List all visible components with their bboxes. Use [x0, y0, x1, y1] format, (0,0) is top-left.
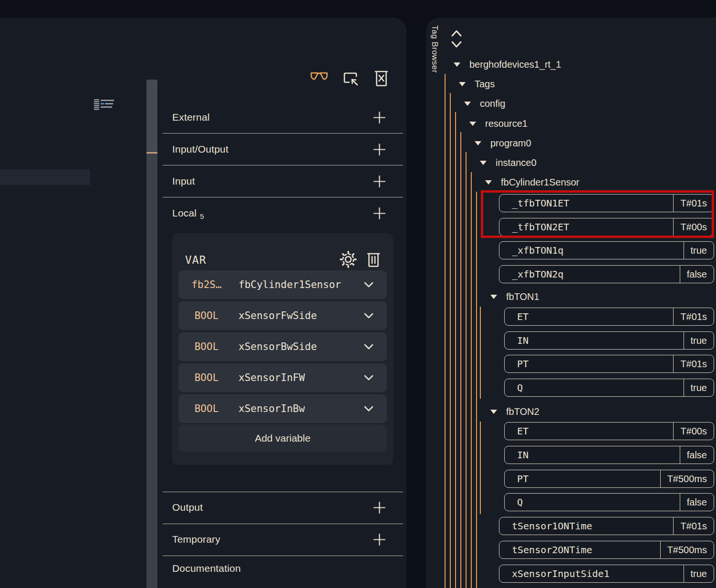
- tree-node-label: instance0: [496, 157, 537, 168]
- delete-all-trash-icon[interactable]: [374, 69, 389, 87]
- variable-row[interactable]: BOOL xSensorInFW: [178, 363, 387, 392]
- tag-name: tSensor1ONTime: [499, 517, 673, 535]
- tree-node-resource1[interactable]: resource1: [469, 117, 528, 130]
- section-label: Local: [172, 207, 197, 219]
- expand-triangle-icon[interactable]: [464, 102, 471, 106]
- add-local-button[interactable]: [373, 207, 386, 220]
- tag-name: IN: [505, 332, 684, 349]
- tree-node-instance0[interactable]: instance0: [480, 156, 537, 169]
- tree-guide-line: [480, 422, 481, 514]
- expand-triangle-icon[interactable]: [469, 122, 476, 126]
- chevron-down-icon[interactable]: [364, 406, 374, 412]
- section-external: External: [163, 110, 403, 124]
- tree-guide-line: [471, 172, 472, 588]
- tree-guide-line: [455, 112, 456, 588]
- variable-row[interactable]: BOOL xSensorFwSide: [178, 301, 387, 330]
- tag-row[interactable]: ET T#01s: [504, 308, 714, 326]
- tree-node-fbton1[interactable]: fbTON1: [490, 290, 540, 303]
- tree-node-label: program0: [490, 138, 531, 149]
- tag-name: _xfbTON2q: [499, 266, 680, 283]
- tag-row[interactable]: Q false: [504, 493, 714, 511]
- tag-row[interactable]: tSensor2ONTime T#500ms: [499, 541, 714, 559]
- tag-value: true: [684, 379, 714, 396]
- scrollbar-thumb[interactable]: [146, 80, 157, 153]
- tag-row[interactable]: ET T#00s: [504, 422, 714, 440]
- variable-row[interactable]: BOOL xSensorInBw: [178, 394, 387, 423]
- tag-row[interactable]: tSensor1ONTime T#01s: [499, 517, 714, 535]
- tag-row[interactable]: Q true: [504, 379, 714, 397]
- chevron-down-icon[interactable]: [364, 313, 374, 319]
- delete-var-section-icon[interactable]: [366, 251, 381, 268]
- var-declaration-card: VAR fb2S… fbCylinder1Sensor: [172, 233, 393, 465]
- unfold-tree-icon[interactable]: [450, 29, 463, 50]
- divider: [163, 133, 403, 134]
- section-label: Output: [172, 502, 203, 513]
- expand-triangle-icon[interactable]: [485, 180, 492, 185]
- expand-triangle-icon[interactable]: [480, 161, 487, 165]
- add-temporary-button[interactable]: [373, 533, 386, 546]
- tree-node-tags[interactable]: Tags: [459, 78, 495, 90]
- add-output-button[interactable]: [373, 501, 386, 514]
- editor-panel: External Input/Output Input Local 5 VAR: [0, 18, 406, 588]
- section-input: Input: [163, 174, 403, 188]
- chevron-down-icon[interactable]: [364, 375, 374, 381]
- section-input-output: Input/Output: [163, 142, 403, 156]
- expand-triangle-icon[interactable]: [475, 141, 481, 145]
- tree-guide-line: [460, 132, 461, 588]
- tag-value: T#00s: [673, 423, 714, 440]
- tree-guide-line: [480, 307, 481, 399]
- expand-triangle-icon[interactable]: [454, 62, 460, 67]
- local-count-badge: 5: [200, 212, 204, 220]
- tag-name: ET: [505, 423, 673, 440]
- chevron-down-icon[interactable]: [364, 344, 374, 350]
- variable-type: BOOL: [178, 310, 235, 321]
- expand-triangle-icon[interactable]: [490, 410, 497, 414]
- variable-name: xSensorBwSide: [239, 341, 317, 352]
- divider: [163, 556, 403, 556]
- tree-guide-line: [445, 74, 446, 588]
- gear-icon[interactable]: [339, 250, 357, 268]
- add-variable-button[interactable]: Add variable: [178, 424, 387, 452]
- tag-name: Q: [505, 379, 684, 396]
- tag-value: true: [684, 242, 714, 259]
- vertical-scrollbar[interactable]: [146, 80, 157, 588]
- expand-triangle-icon[interactable]: [490, 295, 497, 299]
- variable-row[interactable]: BOOL xSensorBwSide: [178, 332, 387, 361]
- tag-name: IN: [505, 446, 680, 464]
- tag-row[interactable]: xSensorInputSide1 true: [499, 565, 714, 583]
- variable-row[interactable]: fb2S… fbCylinder1Sensor: [178, 270, 387, 299]
- add-input-output-button[interactable]: [373, 143, 386, 156]
- expand-triangle-icon[interactable]: [459, 82, 466, 86]
- add-input-button[interactable]: [373, 175, 386, 188]
- section-label: External: [172, 112, 210, 123]
- selected-canvas-block[interactable]: [0, 169, 90, 185]
- section-documentation: Documentation: [163, 561, 403, 576]
- section-label: Input: [172, 175, 195, 187]
- tag-row[interactable]: _xfbTON1q true: [499, 241, 714, 259]
- dock-window-icon[interactable]: [342, 70, 359, 86]
- tag-row[interactable]: _xfbTON2q false: [499, 265, 714, 283]
- chevron-down-icon[interactable]: [364, 282, 374, 288]
- watch-glasses-icon[interactable]: [310, 71, 328, 84]
- var-card-title: VAR: [185, 254, 207, 266]
- tag-name: _xfbTON1q: [499, 242, 684, 259]
- tag-row[interactable]: IN true: [504, 331, 714, 350]
- tag-name: Q: [505, 494, 680, 511]
- tree-node-label: Tags: [475, 79, 495, 90]
- tree-node-fbcylinder1sensor[interactable]: fbCylinder1Sensor: [485, 176, 580, 188]
- tree-node-config[interactable]: config: [464, 97, 505, 110]
- tree-guide-line: [466, 152, 467, 588]
- tag-name: PT: [505, 470, 660, 487]
- tag-value: false: [680, 494, 714, 511]
- tree-node-program0[interactable]: program0: [475, 137, 531, 149]
- tag-value: true: [684, 332, 714, 349]
- tag-row[interactable]: PT T#500ms: [504, 470, 714, 488]
- tag-row[interactable]: PT T#01s: [504, 355, 714, 373]
- tree-node-label: fbCylinder1Sensor: [501, 177, 580, 188]
- add-external-button[interactable]: [373, 111, 386, 124]
- variable-name: xSensorInFW: [239, 372, 305, 383]
- tree-node-root[interactable]: berghofdevices1_rt_1: [454, 58, 561, 71]
- tag-value: false: [680, 446, 714, 464]
- tree-node-fbton2[interactable]: fbTON2: [490, 405, 540, 418]
- tag-row[interactable]: IN false: [504, 446, 714, 464]
